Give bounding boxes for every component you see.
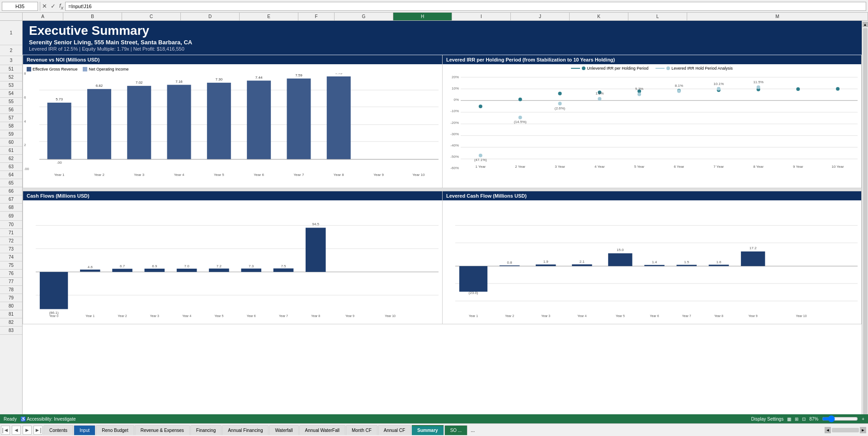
row-79[interactable]: 79 — [0, 294, 22, 302]
tab-annual-cf[interactable]: Annual CF — [378, 425, 411, 435]
row-62[interactable]: 62 — [0, 155, 22, 163]
view-normal[interactable]: ▦ — [787, 417, 791, 422]
col-header-H[interactable]: H — [393, 13, 452, 20]
row-54[interactable]: 54 — [0, 90, 22, 98]
irr-svg: (47.1%) (14.5%) (2.6%) 1.5% 5.3% 8.1% 10… — [461, 72, 858, 170]
tab-revenue-expenses[interactable]: Revenue & Expenses — [135, 425, 190, 435]
svg-rect-130 — [644, 265, 665, 266]
row-2[interactable]: 2 — [0, 45, 22, 56]
tab-annual-waterfall[interactable]: Annual WaterFall — [299, 425, 345, 435]
col-header-F[interactable]: F — [298, 13, 335, 20]
row-70[interactable]: 70 — [0, 221, 22, 229]
select-all-button[interactable] — [0, 13, 23, 20]
tab-waterfall[interactable]: Waterfall — [269, 425, 298, 435]
row-51[interactable]: 51 — [0, 65, 22, 73]
row-3[interactable]: 3 — [0, 56, 22, 65]
row-69[interactable]: 69 — [0, 212, 22, 221]
zoom-in[interactable]: + — [862, 417, 864, 422]
row-56[interactable]: 56 — [0, 106, 22, 114]
col-header-B[interactable]: B — [63, 13, 122, 20]
legend-noi-label: Net Operating Income — [89, 67, 128, 71]
tab-scroll-left[interactable]: ◄ — [12, 426, 21, 435]
formula-input[interactable] — [65, 2, 866, 11]
col-header-D[interactable]: D — [181, 13, 240, 20]
row-80[interactable]: 80 — [0, 302, 22, 310]
confirm-icon[interactable]: ✓ — [51, 3, 56, 9]
col-header-M[interactable]: M — [687, 13, 868, 20]
svg-text:Year 10: Year 10 — [796, 314, 807, 318]
row-73[interactable]: 73 — [0, 245, 22, 253]
cancel-icon[interactable]: ✕ — [42, 3, 47, 9]
row-53[interactable]: 53 — [0, 81, 22, 90]
tab-scroll-right[interactable]: ► — [23, 426, 32, 435]
tab-summary[interactable]: Summary — [411, 425, 444, 435]
vertical-scrollbar[interactable]: ▲ ▼ — [862, 21, 868, 423]
row-76[interactable]: 76 — [0, 270, 22, 278]
svg-point-52 — [519, 116, 522, 119]
hscroll-left[interactable]: ◄ — [825, 427, 831, 433]
row-78[interactable]: 78 — [0, 286, 22, 294]
row-63[interactable]: 63 — [0, 163, 22, 171]
svg-point-50 — [836, 87, 840, 91]
zoom-slider[interactable] — [822, 417, 858, 421]
tab-input[interactable]: Input — [74, 425, 95, 435]
svg-text:Year 2: Year 2 — [94, 173, 104, 177]
svg-rect-84 — [80, 270, 100, 272]
revenue-noi-title: Revenue vs NOI (Millions USD) — [23, 55, 442, 64]
col-header-I[interactable]: I — [452, 13, 511, 20]
svg-text:10.1%: 10.1% — [713, 82, 724, 86]
view-layout[interactable]: ⊞ — [795, 417, 798, 422]
row-52[interactable]: 52 — [0, 73, 22, 81]
tab-scroll-start[interactable]: |◄ — [1, 426, 10, 435]
tab-so[interactable]: SO ... — [444, 425, 468, 435]
tab-more-button[interactable]: ... — [468, 427, 477, 433]
hscroll-right[interactable]: ► — [860, 427, 866, 433]
svg-rect-26 — [327, 76, 351, 159]
display-settings[interactable]: Display Settings — [751, 417, 783, 422]
col-header-A[interactable]: A — [23, 13, 63, 20]
col-header-L[interactable]: L — [628, 13, 687, 20]
row-75[interactable]: 75 — [0, 261, 22, 270]
tab-annual-financing[interactable]: Annual Financing — [222, 425, 269, 435]
tab-contents[interactable]: Contents — [43, 425, 73, 435]
row-60[interactable]: 60 — [0, 138, 22, 147]
row-77[interactable]: 77 — [0, 278, 22, 286]
function-icon[interactable]: fx — [59, 2, 63, 10]
row-57[interactable]: 57 — [0, 114, 22, 122]
row-74[interactable]: 74 — [0, 253, 22, 261]
row-58[interactable]: 58 — [0, 122, 22, 130]
svg-text:7.30: 7.30 — [216, 77, 223, 81]
row-68[interactable]: 68 — [0, 204, 22, 212]
tab-financing[interactable]: Financing — [190, 425, 222, 435]
col-header-G[interactable]: G — [335, 13, 393, 20]
row-64[interactable]: 64 — [0, 171, 22, 179]
col-header-J[interactable]: J — [511, 13, 570, 20]
svg-rect-105 — [306, 228, 326, 272]
svg-point-55 — [637, 93, 641, 96]
row-66[interactable]: 66 — [0, 187, 22, 195]
row-1[interactable]: 1 — [0, 21, 22, 45]
tab-month-cf[interactable]: Month CF — [346, 425, 377, 435]
row-82[interactable]: 82 — [0, 318, 22, 327]
col-header-K[interactable]: K — [570, 13, 628, 20]
view-page-break[interactable]: ⊡ — [802, 417, 806, 422]
row-55[interactable]: 55 — [0, 98, 22, 106]
row-61[interactable]: 61 — [0, 147, 22, 155]
scroll-thumb[interactable] — [863, 28, 868, 416]
row-83[interactable]: 83 — [0, 327, 22, 335]
row-71[interactable]: 71 — [0, 229, 22, 237]
col-header-E[interactable]: E — [240, 13, 298, 20]
cell-reference-box[interactable] — [2, 2, 38, 11]
scroll-up-button[interactable]: ▲ — [863, 22, 868, 27]
row-65[interactable]: 65 — [0, 179, 22, 187]
row-81[interactable]: 81 — [0, 310, 22, 318]
row-59[interactable]: 59 — [0, 130, 22, 138]
row-67[interactable]: 67 — [0, 195, 22, 204]
tab-scroll-end[interactable]: ►| — [33, 426, 42, 435]
tab-reno-budget[interactable]: Reno Budget — [96, 425, 134, 435]
bottom-charts-row: Cash Flows (Millions USD) — [23, 191, 862, 324]
row-72[interactable]: 72 — [0, 237, 22, 245]
svg-text:Year 9: Year 9 — [345, 314, 354, 318]
col-header-C[interactable]: C — [122, 13, 181, 20]
hscroll-thumb[interactable] — [832, 428, 859, 432]
